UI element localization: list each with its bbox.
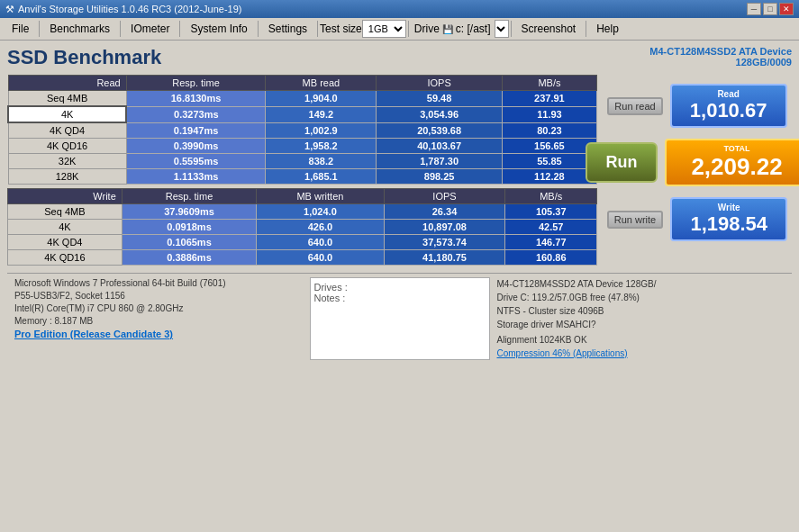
mb-read-header: MB read	[266, 76, 377, 91]
mb-val: 640.0	[257, 235, 384, 250]
resp-time-header-w: Resp. time	[122, 189, 256, 204]
maximize-button[interactable]: □	[763, 3, 777, 15]
run-button[interactable]: Run	[586, 142, 658, 183]
menu-separator-3	[179, 21, 180, 37]
drive-select[interactable]	[495, 20, 509, 38]
resp-time-val: 0.0918ms	[122, 220, 256, 235]
drive-info-3: NTFS - Cluster size 4096B	[497, 304, 785, 318]
menu-settings[interactable]: Settings	[260, 20, 315, 38]
table-row: 4K QD4 0.1065ms 640.0 37,573.74 146.77	[8, 235, 597, 250]
menu-separator-7	[511, 21, 512, 37]
run-read-button[interactable]: Run read	[607, 97, 662, 115]
read-table: Read Resp. time MB read IOPS MB/s Seq 4M…	[7, 75, 597, 185]
app-icon: ⚒	[5, 4, 14, 15]
read-col-header: Read	[8, 76, 126, 91]
resp-time-val: 0.3886ms	[122, 250, 256, 266]
menu-screenshot[interactable]: Screenshot	[513, 20, 585, 38]
resp-time-val: 0.1065ms	[122, 235, 256, 250]
main-content: SSD Benchmark M4-CT128M4SSD2 ATA Device …	[0, 41, 799, 367]
drive-label: Drive	[414, 23, 440, 35]
ssd-header: SSD Benchmark M4-CT128M4SSD2 ATA Device …	[7, 44, 792, 71]
device-sub: 128GB/0009	[649, 57, 792, 68]
iops-val: 59.48	[377, 91, 503, 107]
bench-tables: Read Resp. time MB read IOPS MB/s Seq 4M…	[7, 75, 597, 269]
resp-time-val: 0.1947ms	[126, 122, 266, 139]
mb-val: 838.2	[266, 154, 377, 169]
resp-time-val: 16.8130ms	[126, 91, 266, 107]
mb-written-header: MB written	[257, 189, 384, 204]
resp-time-val: 0.3990ms	[126, 139, 266, 154]
menu-separator-6	[408, 21, 409, 37]
row-label: 4K QD4	[8, 235, 123, 250]
mb-val: 149.2	[266, 106, 377, 122]
table-row: 4K 0.3273ms 149.2 3,054.96 11.93	[8, 106, 597, 122]
table-row: Seq 4MB 37.9609ms 1,024.0 26.34 105.37	[8, 204, 597, 220]
row-label: Seq 4MB	[8, 204, 123, 220]
mb-val: 426.0	[257, 220, 384, 235]
ssd-benchmark-title: SSD Benchmark	[7, 46, 161, 69]
menu-iometer[interactable]: IOmeter	[123, 20, 177, 38]
row-label: 32K	[8, 154, 126, 169]
total-score-label: TOTAL	[681, 144, 793, 153]
sysinfo-line-4: Memory : 8.187 MB	[14, 315, 303, 328]
resp-time-val: 0.3273ms	[126, 106, 266, 122]
status-bar: Microsoft Windows 7 Professional 64-bit …	[7, 273, 792, 364]
read-score-box: Read 1,010.67	[670, 84, 787, 128]
iops-val: 41,180.75	[384, 250, 505, 266]
menu-sysinfo[interactable]: System Info	[182, 20, 255, 38]
row-label: 4K QD16	[8, 139, 126, 154]
notes-box: Drives : Notes :	[310, 277, 490, 360]
run-main-row: Run TOTAL 2,209.22	[586, 139, 799, 186]
row-label: 4K QD16	[8, 250, 123, 266]
mbs-header: MB/s	[502, 76, 596, 91]
iops-val: 898.25	[377, 169, 503, 185]
menu-file[interactable]: File	[4, 20, 37, 38]
run-read-row: Run read Read 1,010.67	[607, 84, 786, 128]
sysinfo-line-3: Intel(R) Core(TM) i7 CPU 860 @ 2.80GHz	[14, 302, 303, 315]
write-score-value: 1,198.54	[686, 212, 771, 236]
run-write-button[interactable]: Run write	[607, 211, 663, 229]
iops-header: IOPS	[377, 76, 503, 91]
compression-link[interactable]: Compression 46% (Applications)	[497, 347, 785, 360]
mbs-val: 11.93	[502, 106, 596, 122]
iops-val: 20,539.68	[377, 122, 503, 139]
read-score-label: Read	[686, 89, 771, 99]
mbs-header-w: MB/s	[505, 189, 597, 204]
right-panel: Run read Read 1,010.67 Run TOTAL 2,209.2…	[603, 75, 792, 269]
device-name: M4-CT128M4SSD2 ATA Device	[649, 46, 792, 57]
resp-time-header: Resp. time	[126, 76, 266, 91]
read-score-value: 1,010.67	[686, 99, 771, 122]
menu-benchmarks[interactable]: Benchmarks	[41, 20, 118, 38]
menu-separator-2	[120, 21, 121, 37]
menu-help[interactable]: Help	[588, 20, 627, 38]
minimize-button[interactable]: ─	[747, 3, 761, 15]
sysinfo-line-1: Microsoft Windows 7 Professional 64-bit …	[14, 277, 303, 290]
write-table: Write Resp. time MB written IOPS MB/s Se…	[7, 188, 597, 266]
title-bar: ⚒ Anvil's Storage Utilities 1.0.46 RC3 (…	[0, 0, 799, 18]
drives-label: Drives :	[314, 282, 486, 293]
write-col-header: Write	[8, 189, 123, 204]
table-row: 32K 0.5595ms 838.2 1,787.30 55.85	[8, 154, 597, 169]
status-driveinfo: M4-CT128M4SSD2 ATA Device 128GB/ Drive C…	[497, 277, 785, 360]
iops-val: 3,054.96	[377, 106, 503, 122]
mb-val: 1,024.0	[257, 204, 384, 220]
iops-val: 10,897.08	[384, 220, 505, 235]
table-row: Seq 4MB 16.8130ms 1,904.0 59.48 237.91	[8, 91, 597, 107]
test-size-select[interactable]: 1GB 2GB 4GB	[362, 20, 406, 38]
menu-separator	[39, 21, 40, 37]
row-label: 4K	[8, 106, 126, 122]
table-row: 4K QD16 0.3886ms 640.0 41,180.75 160.86	[8, 250, 597, 266]
close-button[interactable]: ✕	[779, 3, 794, 15]
alignment-info: Alignment 1024KB OK	[497, 333, 785, 347]
mb-val: 1,685.1	[266, 169, 377, 185]
menu-separator-8	[586, 21, 586, 37]
row-label: Seq 4MB	[8, 91, 126, 107]
title-bar-text: Anvil's Storage Utilities 1.0.46 RC3 (20…	[18, 4, 242, 14]
mbs-val: 80.23	[502, 122, 596, 139]
table-row: 4K QD4 0.1947ms 1,002.9 20,539.68 80.23	[8, 122, 597, 139]
mbs-val: 237.91	[502, 91, 596, 107]
mbs-val: 160.86	[505, 250, 597, 266]
menu-separator-5	[317, 21, 318, 37]
total-score-value: 2,209.22	[681, 153, 793, 181]
pro-edition-link[interactable]: Pro Edition (Release Candidate 3)	[14, 328, 303, 341]
